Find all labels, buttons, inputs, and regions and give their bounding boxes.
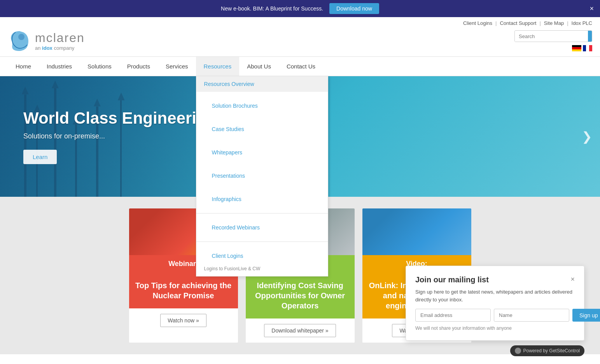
resources-dropdown: Resources Overview Solution Brochures Ca…	[196, 76, 328, 276]
logo-icon	[8, 29, 31, 52]
separator-3: |	[567, 20, 568, 26]
search-input[interactable]	[515, 31, 588, 42]
banner-text: New e-book. BIM: A Blueprint for Success…	[221, 5, 323, 12]
card-webinar-title: Top Tips for achieving the Nuclear Promi…	[129, 273, 238, 308]
main-nav: Home Industries Solutions Products Servi…	[0, 56, 600, 76]
nav-link-contact[interactable]: Contact Us	[279, 57, 323, 76]
mailing-inputs: Sign up	[415, 309, 575, 322]
mailing-disclaimer: We will not share your information with …	[415, 326, 575, 331]
hero-subtitle: Solutions for on-premise...	[23, 132, 216, 140]
card-webinar-cta[interactable]: Watch now »	[160, 314, 206, 327]
dropdown-case-studies[interactable]: Case Studies	[204, 120, 320, 138]
powered-label: Powered by GetSiteControl	[523, 348, 580, 354]
logo-text: mclaren an idox company	[35, 31, 85, 51]
card-whitepaper-footer: Download whitepaper »	[246, 318, 355, 343]
search-box[interactable]: 🔍	[514, 30, 592, 42]
utility-bar: Client Logins | Contact Support | Site M…	[0, 17, 600, 29]
card-video-image	[362, 208, 471, 255]
nav-link-about[interactable]: About Us	[239, 57, 279, 76]
mailing-popup: Join our mailing list × Sign up here to …	[406, 266, 584, 341]
card-whitepaper-title: Identifying Cost Saving Opportunities fo…	[246, 273, 355, 318]
nav-link-services[interactable]: Services	[158, 57, 196, 76]
nav-item-contact[interactable]: Contact Us	[279, 57, 323, 76]
nav-item-industries[interactable]: Industries	[39, 57, 80, 76]
search-button[interactable]: 🔍	[588, 31, 592, 42]
top-banner: New e-book. BIM: A Blueprint for Success…	[0, 0, 600, 17]
nav-link-resources[interactable]: Resources	[196, 57, 240, 76]
powered-by: Powered by GetSiteControl	[510, 345, 584, 354]
nav-item-resources[interactable]: Resources Resources Overview Solution Br…	[196, 57, 240, 76]
logo-sub: an idox company	[35, 45, 85, 51]
mailing-description: Sign up here to get the latest news, whi…	[415, 288, 575, 303]
nav-item-about[interactable]: About Us	[239, 57, 279, 76]
download-button[interactable]: Download now	[329, 3, 379, 14]
dropdown-whitepapers[interactable]: Whitepapers	[204, 143, 320, 162]
nav-item-home[interactable]: Home	[8, 57, 39, 76]
card-whitepaper-cta[interactable]: Download whitepaper »	[264, 324, 336, 337]
site-header: mclaren an idox company 🔍	[0, 29, 600, 56]
dropdown-recorded-webinars[interactable]: Recorded Webinars	[204, 218, 320, 237]
separator-2: |	[539, 20, 541, 26]
site-map-link[interactable]: Site Map	[544, 20, 564, 26]
nav-link-home[interactable]: Home	[8, 57, 39, 76]
mailing-email-input[interactable]	[415, 309, 491, 322]
nav-link-industries[interactable]: Industries	[39, 57, 80, 76]
dropdown-section-2: Recorded Webinars	[196, 214, 328, 242]
client-logins-link[interactable]: Client Logins	[463, 20, 492, 26]
dropdown-section-1: Solution Brochures Case Studies Whitepap…	[196, 92, 328, 214]
flag-icons	[572, 45, 592, 51]
nav-link-solutions[interactable]: Solutions	[80, 57, 119, 76]
hero-learn-button[interactable]: Learn	[23, 150, 57, 164]
mailing-close-button[interactable]: ×	[570, 275, 575, 284]
nav-item-products[interactable]: Products	[119, 57, 158, 76]
french-flag[interactable]	[583, 45, 592, 51]
separator-1: |	[495, 20, 497, 26]
dropdown-overview[interactable]: Resources Overview	[196, 76, 328, 92]
nav-item-solutions[interactable]: Solutions	[80, 57, 119, 76]
dropdown-solution-brochures[interactable]: Solution Brochures	[204, 96, 320, 115]
dropdown-infographics[interactable]: Infographics	[204, 190, 320, 208]
dropdown-client-section: Client Logins Logins to FusionLive & CW	[196, 242, 328, 276]
hero-next-button[interactable]: ❯	[582, 129, 592, 144]
nav-item-services[interactable]: Services	[158, 57, 196, 76]
dropdown-presentations[interactable]: Presentations	[204, 166, 320, 185]
nav-link-products[interactable]: Products	[119, 57, 158, 76]
logo-name: mclaren	[35, 31, 85, 45]
german-flag[interactable]	[572, 45, 581, 51]
mailing-name-input[interactable]	[494, 309, 569, 322]
logo[interactable]: mclaren an idox company	[8, 29, 85, 52]
powered-icon	[515, 348, 521, 354]
mailing-popup-header: Join our mailing list ×	[415, 275, 575, 284]
signup-button[interactable]: Sign up	[572, 309, 600, 322]
mailing-title: Join our mailing list	[415, 275, 489, 284]
dropdown-client-sub: Logins to FusionLive & CW	[204, 266, 320, 271]
card-webinar-footer: Watch now »	[129, 308, 238, 332]
hero-title: World Class Engineering	[23, 109, 216, 128]
svg-point-0	[18, 34, 24, 40]
idox-plc-link[interactable]: Idox PLC	[572, 20, 592, 26]
contact-support-link[interactable]: Contact Support	[500, 20, 536, 26]
banner-close-button[interactable]: ×	[590, 5, 594, 13]
dropdown-client-logins[interactable]: Client Logins	[204, 247, 320, 265]
header-right: 🔍	[514, 30, 592, 51]
